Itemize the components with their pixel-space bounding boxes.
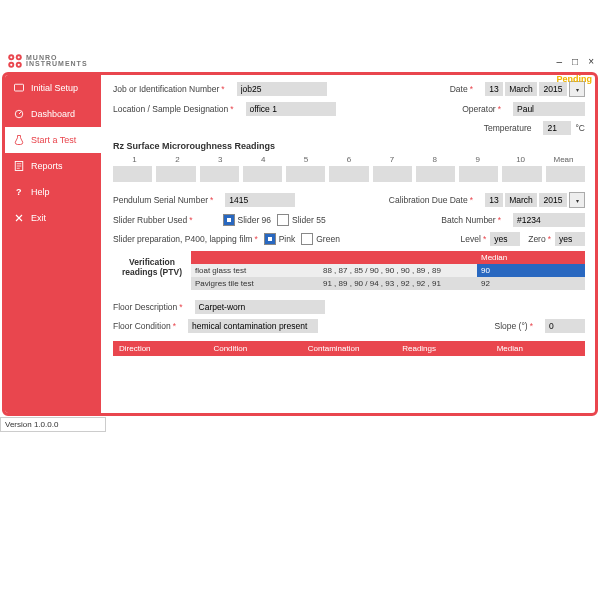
slope-label: Slope (°)* — [495, 321, 533, 331]
svg-rect-8 — [15, 84, 24, 91]
svg-text:?: ? — [16, 187, 22, 197]
pink-label: Pink — [279, 234, 296, 244]
rz-headers: 12345678910Mean — [113, 155, 585, 164]
rz-input-9[interactable] — [459, 166, 498, 182]
version-label: Version 1.0.0.0 — [0, 417, 106, 432]
ver-median: 90 — [477, 264, 585, 277]
cdd-year[interactable] — [539, 193, 567, 207]
rz-input-1[interactable] — [113, 166, 152, 182]
svg-point-7 — [18, 64, 20, 66]
svg-point-5 — [18, 56, 20, 58]
slider96-label: Slider 96 — [238, 215, 272, 225]
cdd-day[interactable] — [485, 193, 503, 207]
temperature-input[interactable] — [543, 121, 571, 135]
nav-reports[interactable]: Reports — [5, 153, 101, 179]
status-pending: Pending — [557, 74, 593, 84]
verification-label: Verification readings (PTV) — [113, 251, 191, 277]
rz-input-3[interactable] — [200, 166, 239, 182]
nav-start-test[interactable]: Start a Test — [5, 127, 101, 153]
slider55-label: Slider 55 — [292, 215, 326, 225]
location-label: Location / Sample Designation* — [113, 104, 234, 114]
location-input[interactable] — [246, 102, 336, 116]
batch-input[interactable] — [513, 213, 585, 227]
svg-point-6 — [10, 64, 12, 66]
level-label: Level* — [461, 234, 487, 244]
date-label: Date* — [450, 84, 473, 94]
nav-label: Reports — [31, 161, 63, 171]
rz-input-5[interactable] — [286, 166, 325, 182]
date-month[interactable] — [505, 82, 537, 96]
cdd-picker[interactable]: ▾ — [485, 192, 585, 208]
nav-dashboard[interactable]: Dashboard — [5, 101, 101, 127]
level-input[interactable] — [490, 232, 520, 246]
sidebar: Initial Setup Dashboard Start a Test Rep… — [5, 75, 101, 413]
job-label: Job or Identification Number* — [113, 84, 225, 94]
nav-label: Start a Test — [31, 135, 76, 145]
temperature-unit: °C — [575, 123, 585, 133]
sp-label: Slider preparation, P400, lapping film* — [113, 234, 258, 244]
date-day[interactable] — [485, 82, 503, 96]
nav-help[interactable]: ?Help — [5, 179, 101, 205]
rz-input-2[interactable] — [156, 166, 195, 182]
rz-input-10[interactable] — [502, 166, 541, 182]
verification-row[interactable]: Pavigres tile test 91 , 89 , 90 / 94 , 9… — [191, 277, 585, 290]
green-checkbox[interactable] — [301, 233, 313, 245]
pink-checkbox[interactable] — [264, 233, 276, 245]
batch-label: Batch Number* — [441, 215, 501, 225]
rz-input-8[interactable] — [416, 166, 455, 182]
cdd-label: Calibration Due Date* — [389, 195, 473, 205]
slider96-checkbox[interactable] — [223, 214, 235, 226]
minimize-button[interactable]: – — [557, 56, 563, 67]
psn-input[interactable] — [225, 193, 295, 207]
titlebar: MUNROINSTRUMENTS – □ × — [0, 50, 600, 72]
verification-row[interactable]: float glass test 88 , 87 , 85 / 90 , 90 … — [191, 264, 585, 277]
results-header: DirectionConditionContaminationReadingsM… — [113, 341, 585, 356]
sru-label: Slider Rubber Used* — [113, 215, 193, 225]
nav-label: Dashboard — [31, 109, 75, 119]
brand-sub: INSTRUMENTS — [26, 61, 88, 67]
main-panel: Job or Identification Number* Date* ▾ Lo… — [101, 75, 595, 413]
svg-point-4 — [10, 56, 12, 58]
ver-median: 92 — [477, 277, 585, 290]
app-logo: MUNROINSTRUMENTS — [6, 52, 88, 70]
date-year[interactable] — [539, 82, 567, 96]
operator-input[interactable] — [513, 102, 585, 116]
rz-input-4[interactable] — [243, 166, 282, 182]
rz-inputs — [113, 166, 585, 182]
floor-cond-label: Floor Condition* — [113, 321, 176, 331]
rz-mean — [546, 166, 585, 182]
zero-input[interactable] — [555, 232, 585, 246]
close-button[interactable]: × — [588, 56, 594, 67]
floor-desc-label: Floor Description* — [113, 302, 183, 312]
job-input[interactable] — [237, 82, 327, 96]
rz-input-7[interactable] — [373, 166, 412, 182]
temperature-label: Temperature — [484, 123, 532, 133]
nav-label: Exit — [31, 213, 46, 223]
maximize-button[interactable]: □ — [572, 56, 578, 67]
nav-label: Initial Setup — [31, 83, 78, 93]
floor-desc-input[interactable] — [195, 300, 325, 314]
floor-cond-input[interactable] — [188, 319, 318, 333]
slider55-checkbox[interactable] — [277, 214, 289, 226]
slope-input[interactable] — [545, 319, 585, 333]
green-label: Green — [316, 234, 340, 244]
verification-header: Median — [191, 251, 585, 264]
cdd-month[interactable] — [505, 193, 537, 207]
calendar-icon[interactable]: ▾ — [569, 192, 585, 208]
nav-exit[interactable]: Exit — [5, 205, 101, 231]
psn-label: Pendulum Serial Number* — [113, 195, 213, 205]
zero-label: Zero* — [528, 234, 551, 244]
ver-name: float glass test — [191, 264, 319, 277]
operator-label: Operator* — [462, 104, 501, 114]
ver-values: 88 , 87 , 85 / 90 , 90 , 90 , 89 , 89 — [319, 264, 477, 277]
nav-label: Help — [31, 187, 50, 197]
rz-title: Rz Surface Microroughness Readings — [113, 141, 585, 151]
nav-initial-setup[interactable]: Initial Setup — [5, 75, 101, 101]
ver-values: 91 , 89 , 90 / 94 , 93 , 92 , 92 , 91 — [319, 277, 477, 290]
ver-name: Pavigres tile test — [191, 277, 319, 290]
rz-input-6[interactable] — [329, 166, 368, 182]
